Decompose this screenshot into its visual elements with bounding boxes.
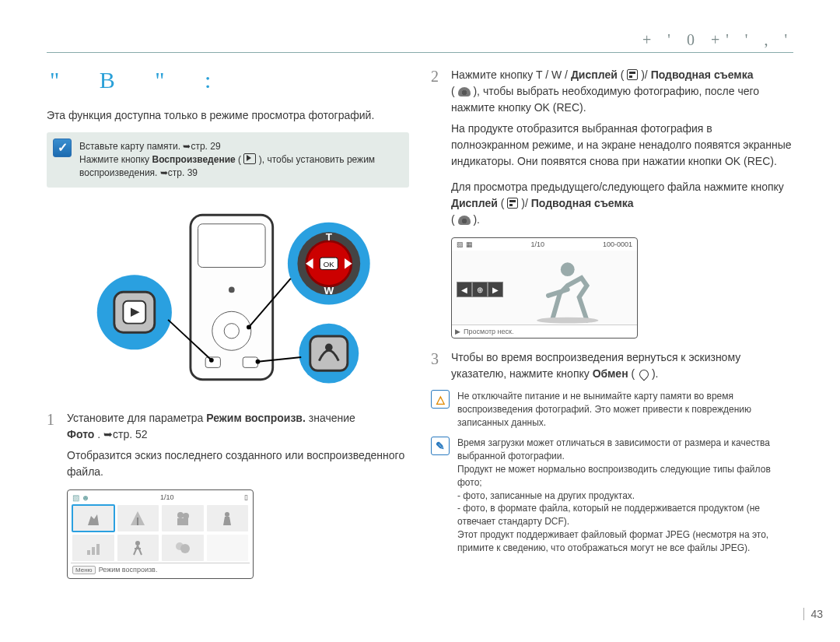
step-body: Установите для параметра Режим воспроизв… (67, 410, 355, 443)
tip-line-1: Вставьте карту памяти. ➥стр. 29 (79, 140, 401, 153)
header-icons: ▧ ▦ (457, 240, 473, 248)
info-icon: ✎ (431, 437, 450, 455)
next-icon: ▶ (488, 282, 503, 297)
step-1: 1 Установите для параметра Режим воспрои… (47, 410, 409, 443)
svg-point-26 (325, 343, 333, 351)
svg-point-41 (561, 262, 575, 276)
thumbnail-4 (207, 505, 249, 531)
single-screen-header: ▧ ▦ 1/10 100-0001 (452, 238, 637, 251)
left-column: " B " : Эта функция доступна только в ре… (47, 67, 409, 590)
svg-point-30 (177, 512, 184, 518)
header-decorative-text: + ' 0 +' ' , ' (47, 31, 793, 49)
svg-rect-34 (87, 550, 90, 555)
play-icon (243, 153, 256, 164)
info-note: ✎ Время загрузки может отличаться в зави… (431, 437, 793, 554)
single-photo-area: ◀ ⊕ ▶ (452, 251, 637, 325)
step-3: 3 Чтобы во время воспроизведения вернуть… (431, 349, 793, 382)
single-filename: 100-0001 (603, 240, 632, 248)
step-number: 2 (431, 67, 445, 116)
single-footer-label: Просмотр неск. (464, 328, 514, 335)
svg-point-33 (225, 512, 229, 517)
svg-rect-1 (198, 223, 266, 267)
step-1-sub: Отобразится эскиз последнего созданного … (67, 447, 409, 480)
thumbnail-grid (71, 503, 250, 563)
page-number: 43 (803, 608, 823, 620)
step-2-sub1: На продукте отобразится выбранная фотогр… (451, 121, 793, 170)
step-number: 3 (431, 349, 445, 382)
share-icon (638, 368, 649, 379)
svg-text:OK: OK (324, 259, 334, 268)
right-column: 2 Нажмите кнопку T / W / Дисплей ( )/ По… (431, 67, 793, 590)
device-illustration: OK T W (47, 200, 409, 395)
warning-text: Не отключайте питание и не вынимайте кар… (457, 390, 793, 429)
svg-point-2 (229, 286, 235, 293)
display-icon (627, 69, 638, 80)
multi-view-button-icon: ▶ (455, 328, 460, 335)
thumbnail-2 (117, 505, 159, 531)
thumbnail-7 (162, 535, 204, 561)
tip-box: ✓ Вставьте карту памяти. ➥стр. 29 Нажмит… (47, 132, 409, 187)
thumbnail-1 (72, 505, 114, 531)
section-title: " B " : (50, 67, 409, 93)
thumbnail-5 (72, 535, 114, 561)
two-column-layout: " B " : Эта функция доступна только в ре… (47, 67, 793, 590)
thumbnail-screen: ▧ ☻ 1/10 ▯ (67, 489, 254, 579)
svg-rect-6 (243, 357, 257, 367)
underwater-icon (458, 87, 471, 96)
thumb-counter: 1/10 (160, 493, 174, 501)
thumb-screen-header: ▧ ☻ 1/10 ▯ (71, 493, 250, 503)
warning-icon: △ (431, 390, 450, 409)
step-2-sub2: Для просмотра предыдущего/следующего фай… (451, 179, 793, 228)
svg-text:T: T (326, 231, 333, 243)
thumbnail-3 (162, 505, 204, 531)
step-number: 1 (47, 410, 61, 443)
thumb-screen-footer: Меню Режим воспроизв. (71, 563, 250, 575)
single-screen-footer: ▶ Просмотр неск. (452, 325, 637, 338)
svg-rect-29 (137, 517, 138, 525)
zoom-controls-icon: ◀ ⊕ ▶ (457, 282, 503, 297)
svg-rect-25 (310, 336, 348, 370)
menu-button-icon: Меню (72, 566, 96, 574)
svg-rect-36 (96, 544, 100, 555)
step-body: Чтобы во время воспроизведения вернуться… (451, 349, 793, 382)
prev-icon: ◀ (457, 282, 472, 297)
card-icon: ▧ ☻ (72, 493, 89, 502)
thumbnail-8-empty (207, 535, 249, 561)
scrollbar-track-icon: ▯ (244, 493, 248, 501)
check-icon: ✓ (53, 139, 72, 157)
header-rule (47, 52, 793, 53)
step-body: Нажмите кнопку T / W / Дисплей ( )/ Подв… (451, 67, 793, 116)
display-icon (507, 198, 518, 209)
zoom-icon: ⊕ (472, 282, 488, 297)
svg-point-40 (180, 544, 190, 553)
info-text: Время загрузки может отличаться в зависи… (457, 437, 793, 554)
svg-point-28 (256, 359, 261, 363)
svg-rect-35 (92, 547, 95, 555)
step-2: 2 Нажмите кнопку T / W / Дисплей ( )/ По… (431, 67, 793, 116)
svg-text:W: W (324, 285, 334, 296)
svg-point-12 (209, 358, 214, 363)
thumbnail-6 (117, 535, 159, 561)
svg-point-4 (224, 323, 239, 338)
single-view-screen: ▧ ▦ 1/10 100-0001 ◀ ⊕ ▶ (451, 237, 638, 339)
underwater-icon (458, 216, 471, 225)
single-counter: 1/10 (530, 240, 544, 248)
svg-point-23 (247, 325, 251, 329)
manual-page: + ' 0 +' ' , ' " B " : Эта функция досту… (0, 0, 840, 642)
thumb-footer-label: Режим воспроизв. (99, 566, 158, 574)
svg-point-31 (183, 513, 189, 519)
warning-note: △ Не отключайте питание и не вынимайте к… (431, 390, 793, 429)
svg-rect-32 (177, 518, 188, 525)
tip-line-2: Нажмите кнопку Воспроизведение ( ), чтоб… (79, 153, 401, 180)
svg-point-42 (537, 317, 598, 324)
intro-text: Эта функция доступна только в режиме про… (47, 107, 409, 123)
